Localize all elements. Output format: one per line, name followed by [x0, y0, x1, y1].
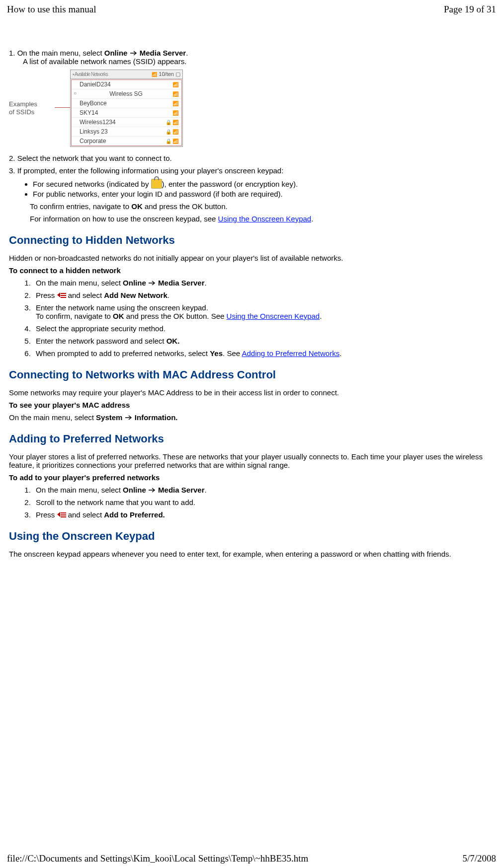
arrow-right-icon	[148, 280, 156, 286]
keypad-intro: The onscreen keypad appears whenever you…	[9, 550, 494, 558]
text: Press	[36, 291, 57, 299]
bold-online: Online	[104, 49, 128, 57]
bold-yes: Yes	[210, 349, 223, 358]
arrow-right-icon	[130, 50, 138, 56]
list-item: Press and select Add to Preferred.	[33, 510, 494, 519]
hidden-subhead: To connect to a hidden network	[9, 266, 494, 275]
text: On the main menu, select	[9, 413, 96, 422]
link-onscreen-keypad[interactable]: Using the Onscreen Keypad	[218, 215, 312, 223]
options-icon	[57, 511, 66, 518]
bold-media-server: Media Server	[158, 279, 204, 287]
panel-title-right: 📶 10/ten ▢	[152, 71, 180, 77]
footer-right: 5/7/2008	[462, 853, 496, 864]
text: Examples	[9, 100, 54, 108]
text: .	[205, 486, 207, 494]
hidden-steps: On the main menu, select Online Media Se…	[19, 279, 494, 358]
bold-ok: OK	[113, 312, 124, 320]
text: On the main menu, select	[36, 486, 123, 494]
text: Enter the network name using the onscree…	[36, 303, 208, 312]
mac-subhead: To see your player's MAC address	[9, 401, 494, 409]
step-3-bullets: For secured networks (indicated by ), en…	[19, 179, 494, 198]
heading-preferred-networks: Adding to Preferred Networks	[9, 433, 494, 445]
text: .	[320, 312, 322, 320]
network-row: Linksys 23🔒📶	[72, 127, 181, 137]
arrow-right-icon	[125, 415, 133, 421]
text: of SSIDs	[9, 108, 54, 116]
footer-left: file://C:\Documents and Settings\Kim_koo…	[7, 853, 308, 864]
text: For information on how to use the onscre…	[30, 215, 218, 223]
text: and press the OK button.	[143, 202, 228, 211]
bold-information: Information.	[135, 413, 178, 422]
bold-media-server: Media Server	[140, 49, 186, 57]
list-item: For public networks, enter your login ID…	[33, 190, 494, 198]
header-right: Page 19 of 31	[444, 4, 496, 15]
text: To confirm, navigate to	[36, 312, 113, 320]
step-3-lead: 3. If prompted, enter the following info…	[9, 166, 494, 175]
text: and select	[66, 291, 104, 299]
bold-online: Online	[123, 279, 146, 287]
link-preferred-networks[interactable]: Adding to Preferred Networks	[242, 349, 339, 358]
panel-title: ▪ Available Networks 📶 10/ten ▢	[71, 70, 182, 79]
list-item: Enter the network password and select OK…	[33, 337, 494, 345]
text: On the main menu, select	[36, 279, 123, 287]
text: .	[205, 279, 207, 287]
hidden-intro: Hidden or non-broadcasted networks do no…	[9, 254, 494, 262]
bold-online: Online	[123, 486, 146, 494]
list-item: Enter the network name using the onscree…	[33, 303, 494, 320]
ssid-example-figure: Examples of SSIDs ▪ Available Networks 📶…	[9, 70, 494, 147]
list-item: Scroll to the network name that you want…	[33, 498, 494, 506]
list-item: Press and select Add New Network.	[33, 291, 494, 299]
network-row: Wireless SG📶	[72, 89, 181, 99]
list-item: On the main menu, select Online Media Se…	[33, 486, 494, 494]
mac-intro: Some networks may require your player's …	[9, 388, 494, 397]
header-left: How to use this manual	[7, 4, 96, 15]
list-item: When prompted to add to preferred networ…	[33, 349, 494, 358]
text: Enter the network password and select	[36, 337, 167, 345]
content: 1. On the main menu, select Online Media…	[0, 15, 503, 558]
text: For secured networks (indicated by	[33, 180, 151, 188]
text: To confirm entries, navigate to	[30, 202, 131, 211]
panel-title-left: ▪ Available Networks	[73, 72, 108, 77]
text: and press the OK button. See	[124, 312, 227, 320]
arrow-right-icon	[148, 487, 156, 493]
network-row: BeyBonce📶	[72, 99, 181, 108]
bold-ok: OK.	[167, 337, 180, 345]
list-item: For secured networks (indicated by ), en…	[33, 179, 494, 189]
pref-intro: Your player stores a list of preferred n…	[9, 452, 494, 469]
step-3-confirm: To confirm entries, navigate to OK and p…	[30, 202, 494, 211]
available-networks-panel: ▪ Available Networks 📶 10/ten ▢ DanielD2…	[70, 70, 183, 147]
page-header: How to use this manual Page 19 of 31	[0, 0, 503, 15]
network-list: DanielD234📶Wireless SG📶BeyBonce📶SKY14📶Wi…	[71, 79, 182, 146]
text: 1. On the main menu, select	[9, 49, 104, 57]
heading-hidden-networks: Connecting to Hidden Networks	[9, 234, 494, 247]
heading-onscreen-keypad: Using the Onscreen Keypad	[9, 530, 494, 543]
text: .	[339, 349, 341, 358]
pref-steps: On the main menu, select Online Media Se…	[19, 486, 494, 519]
bold-media-server: Media Server	[158, 486, 204, 494]
step-2: 2. Select the network that you want to c…	[9, 154, 494, 162]
text: .	[168, 291, 169, 299]
text: . See	[223, 349, 242, 358]
bold-system: System	[96, 413, 122, 422]
network-row: SKY14📶	[72, 108, 181, 118]
text: ), enter the password (or encryption key…	[162, 180, 298, 188]
list-item: On the main menu, select Online Media Se…	[33, 279, 494, 287]
ssid-label: Examples of SSIDs	[9, 100, 57, 116]
text: When prompted to add to preferred networ…	[36, 349, 210, 358]
heading-mac-address: Connecting to Networks with MAC Address …	[9, 368, 494, 381]
step-1-note: A list of available network names (SSID)…	[23, 57, 494, 66]
text: .	[311, 215, 313, 223]
link-onscreen-keypad[interactable]: Using the Onscreen Keypad	[227, 312, 320, 320]
lock-icon	[151, 179, 162, 189]
options-icon	[57, 292, 66, 299]
text: and select	[66, 510, 104, 519]
pref-subhead: To add to your player's preferred networ…	[9, 473, 494, 482]
bold-add-to-preferred: Add to Preferred.	[104, 510, 165, 519]
network-row: DanielD234📶	[72, 80, 181, 89]
network-row: Wireless1234🔒📶	[72, 118, 181, 127]
list-item: Select the appropriate security method.	[33, 324, 494, 333]
network-row: Corporate🔒📶	[72, 137, 181, 145]
bold-add-new-network: Add New Network	[104, 291, 168, 299]
text: .	[186, 49, 188, 57]
mac-line: On the main menu, select System Informat…	[9, 413, 494, 422]
